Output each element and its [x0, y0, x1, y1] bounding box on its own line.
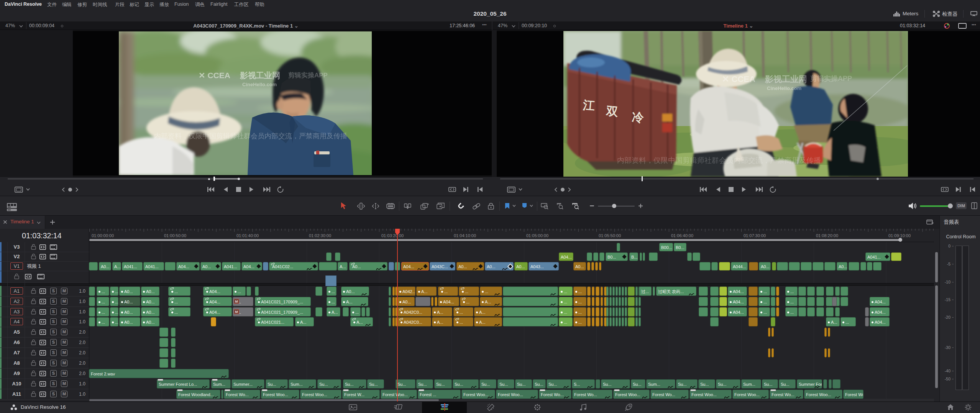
svg-text:CineHello.com: CineHello.com: [242, 82, 277, 87]
svg-text:✕ CCEA: ✕ CCEA: [199, 71, 230, 80]
svg-text:江: 江: [582, 98, 596, 113]
svg-text:CineHello.com: CineHello.com: [767, 85, 801, 91]
svg-text:内部资料，仅限中国剪辑师社群会员内部交流，严禁商用及传播: 内部资料，仅限中国剪辑师社群会员内部交流，严禁商用及传播: [617, 156, 821, 164]
svg-text:剪辑实操APP: 剪辑实操APP: [810, 75, 852, 82]
svg-text:✕ CCEA: ✕ CCEA: [722, 74, 755, 84]
svg-text:影视工业网: 影视工业网: [240, 71, 280, 80]
svg-text:剪辑实操APP: 剪辑实操APP: [288, 71, 328, 79]
svg-text:冷: 冷: [631, 110, 645, 125]
svg-text:影视工业网: 影视工业网: [765, 74, 807, 84]
svg-text:内部资料，仅限中国剪辑师社群会员内部交流，严禁商用及传播: 内部资料，仅限中国剪辑师社群会员内部交流，严禁商用及传播: [154, 132, 347, 140]
svg-text:双: 双: [605, 104, 619, 119]
